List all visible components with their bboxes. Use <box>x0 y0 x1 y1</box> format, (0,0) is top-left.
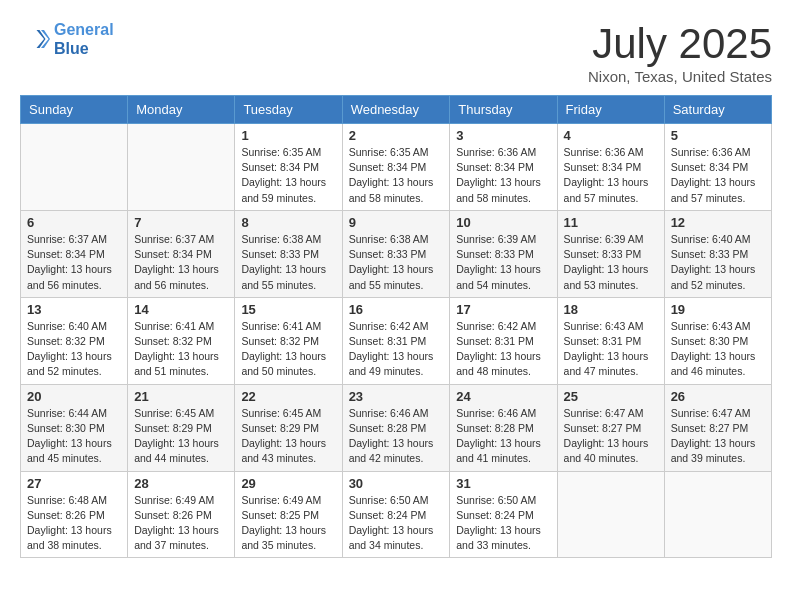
table-row: 5Sunrise: 6:36 AMSunset: 8:34 PMDaylight… <box>664 124 771 211</box>
table-row: 24Sunrise: 6:46 AMSunset: 8:28 PMDayligh… <box>450 384 557 471</box>
table-row: 13Sunrise: 6:40 AMSunset: 8:32 PMDayligh… <box>21 297 128 384</box>
table-row: 3Sunrise: 6:36 AMSunset: 8:34 PMDaylight… <box>450 124 557 211</box>
col-friday: Friday <box>557 96 664 124</box>
table-row: 28Sunrise: 6:49 AMSunset: 8:26 PMDayligh… <box>128 471 235 558</box>
table-row: 27Sunrise: 6:48 AMSunset: 8:26 PMDayligh… <box>21 471 128 558</box>
col-wednesday: Wednesday <box>342 96 450 124</box>
logo-text: General Blue <box>54 20 114 58</box>
table-row: 16Sunrise: 6:42 AMSunset: 8:31 PMDayligh… <box>342 297 450 384</box>
table-row <box>21 124 128 211</box>
table-row: 9Sunrise: 6:38 AMSunset: 8:33 PMDaylight… <box>342 210 450 297</box>
table-row: 15Sunrise: 6:41 AMSunset: 8:32 PMDayligh… <box>235 297 342 384</box>
col-saturday: Saturday <box>664 96 771 124</box>
col-sunday: Sunday <box>21 96 128 124</box>
table-row: 26Sunrise: 6:47 AMSunset: 8:27 PMDayligh… <box>664 384 771 471</box>
calendar-table: Sunday Monday Tuesday Wednesday Thursday… <box>20 95 772 558</box>
table-row: 1Sunrise: 6:35 AMSunset: 8:34 PMDaylight… <box>235 124 342 211</box>
table-row: 12Sunrise: 6:40 AMSunset: 8:33 PMDayligh… <box>664 210 771 297</box>
calendar-header-row: Sunday Monday Tuesday Wednesday Thursday… <box>21 96 772 124</box>
table-row: 10Sunrise: 6:39 AMSunset: 8:33 PMDayligh… <box>450 210 557 297</box>
table-row: 2Sunrise: 6:35 AMSunset: 8:34 PMDaylight… <box>342 124 450 211</box>
table-row <box>128 124 235 211</box>
table-row: 14Sunrise: 6:41 AMSunset: 8:32 PMDayligh… <box>128 297 235 384</box>
month-title: July 2025 <box>588 20 772 68</box>
table-row: 30Sunrise: 6:50 AMSunset: 8:24 PMDayligh… <box>342 471 450 558</box>
col-monday: Monday <box>128 96 235 124</box>
logo: General Blue <box>20 20 114 58</box>
table-row: 8Sunrise: 6:38 AMSunset: 8:33 PMDaylight… <box>235 210 342 297</box>
table-row: 17Sunrise: 6:42 AMSunset: 8:31 PMDayligh… <box>450 297 557 384</box>
table-row: 6Sunrise: 6:37 AMSunset: 8:34 PMDaylight… <box>21 210 128 297</box>
logo-icon <box>20 24 50 54</box>
table-row: 25Sunrise: 6:47 AMSunset: 8:27 PMDayligh… <box>557 384 664 471</box>
page-header: General Blue July 2025 Nixon, Texas, Uni… <box>20 20 772 85</box>
table-row: 23Sunrise: 6:46 AMSunset: 8:28 PMDayligh… <box>342 384 450 471</box>
location: Nixon, Texas, United States <box>588 68 772 85</box>
table-row: 21Sunrise: 6:45 AMSunset: 8:29 PMDayligh… <box>128 384 235 471</box>
table-row: 20Sunrise: 6:44 AMSunset: 8:30 PMDayligh… <box>21 384 128 471</box>
title-block: July 2025 Nixon, Texas, United States <box>588 20 772 85</box>
table-row: 19Sunrise: 6:43 AMSunset: 8:30 PMDayligh… <box>664 297 771 384</box>
table-row: 4Sunrise: 6:36 AMSunset: 8:34 PMDaylight… <box>557 124 664 211</box>
table-row: 18Sunrise: 6:43 AMSunset: 8:31 PMDayligh… <box>557 297 664 384</box>
table-row: 31Sunrise: 6:50 AMSunset: 8:24 PMDayligh… <box>450 471 557 558</box>
col-thursday: Thursday <box>450 96 557 124</box>
table-row: 22Sunrise: 6:45 AMSunset: 8:29 PMDayligh… <box>235 384 342 471</box>
table-row <box>664 471 771 558</box>
col-tuesday: Tuesday <box>235 96 342 124</box>
table-row: 7Sunrise: 6:37 AMSunset: 8:34 PMDaylight… <box>128 210 235 297</box>
table-row: 11Sunrise: 6:39 AMSunset: 8:33 PMDayligh… <box>557 210 664 297</box>
table-row <box>557 471 664 558</box>
table-row: 29Sunrise: 6:49 AMSunset: 8:25 PMDayligh… <box>235 471 342 558</box>
